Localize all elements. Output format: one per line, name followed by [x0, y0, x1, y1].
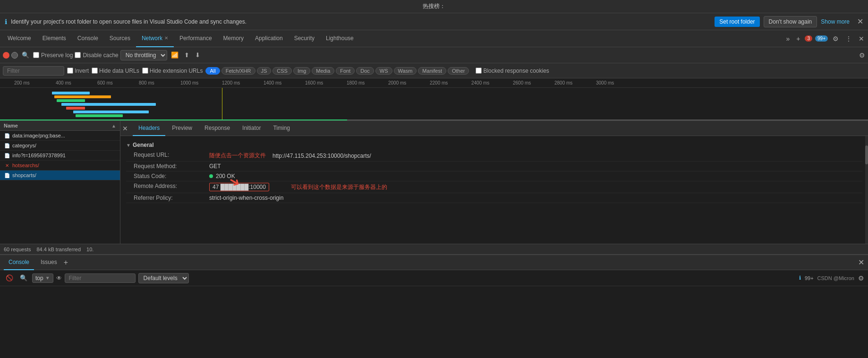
tab-sources[interactable]: Sources	[104, 30, 136, 47]
chip-js[interactable]: JS	[257, 67, 272, 75]
chip-ws[interactable]: WS	[375, 67, 392, 75]
wifi-button[interactable]: 📶	[169, 51, 180, 60]
request-item-4[interactable]: 📄 shopcarts/	[0, 170, 120, 180]
search-button[interactable]: 🔍	[20, 51, 31, 60]
throttle-select[interactable]: No throttling	[120, 50, 167, 60]
sort-arrow[interactable]: ▲	[111, 123, 116, 128]
show-more-link[interactable]: Show more	[821, 18, 850, 25]
clear-button[interactable]	[11, 52, 18, 59]
console-close-button[interactable]: ✕	[858, 258, 864, 267]
tab-welcome[interactable]: Welcome	[2, 30, 37, 47]
general-section: ▼ General Request URL: 随便点击一个资源文件 http:/…	[126, 140, 862, 203]
detail-tab-response[interactable]: Response	[199, 121, 236, 136]
chip-font[interactable]: Font	[336, 67, 355, 75]
console-context-selector[interactable]: top ▼	[32, 273, 53, 283]
name-column-header: Name	[4, 123, 110, 128]
status-bar: 60 requests 84.4 kB transferred 10.	[0, 244, 868, 254]
tab-memory[interactable]: Memory	[218, 30, 249, 47]
invert-checkbox[interactable]	[67, 68, 73, 74]
more-options-button[interactable]: ⋮	[843, 33, 854, 44]
chip-doc[interactable]: Doc	[356, 67, 374, 75]
close-devtools-button[interactable]: ✕	[857, 33, 866, 44]
settings-button[interactable]: ⚙	[831, 33, 841, 44]
request-item-1[interactable]: 📄 categorys/	[0, 141, 120, 151]
hide-data-urls-checkbox[interactable]	[92, 68, 98, 74]
request-method-key: Request Method:	[134, 163, 209, 170]
preserve-log-checkbox[interactable]	[33, 52, 39, 58]
request-name-3: hotsearchs/	[12, 162, 39, 168]
request-item-2[interactable]: 📄 info?t=1695697378991	[0, 151, 120, 161]
chip-fetch-xhr[interactable]: Fetch/XHR	[221, 67, 255, 75]
preserve-log-label[interactable]: Preserve log	[33, 52, 73, 59]
invert-label[interactable]: Invert	[67, 68, 89, 74]
timeline-bar-6	[73, 111, 149, 113]
tick-800: 800 ms	[139, 80, 154, 85]
detail-tab-initiator[interactable]: Initiator	[237, 121, 266, 136]
disable-cache-checkbox[interactable]	[75, 52, 81, 58]
dont-show-button[interactable]: Don't show again	[764, 16, 817, 27]
hide-extension-checkbox[interactable]	[142, 68, 148, 74]
tab-security[interactable]: Security	[289, 30, 320, 47]
disable-cache-label[interactable]: Disable cache	[75, 52, 118, 59]
banner-close-button[interactable]: ✕	[857, 17, 863, 26]
timeline-chart	[0, 88, 868, 121]
tab-network[interactable]: Network ✕	[136, 30, 174, 47]
tick-1200: 1200 ms	[222, 80, 240, 85]
console-tab-issues[interactable]: Issues	[36, 255, 62, 270]
tick-2400: 2400 ms	[471, 80, 489, 85]
set-root-button[interactable]: Set root folder	[715, 17, 759, 27]
detail-close-button[interactable]: ✕	[122, 125, 128, 132]
tab-network-label: Network	[142, 35, 162, 42]
console-clear-button[interactable]: 🚫	[4, 273, 15, 282]
chip-css[interactable]: CSS	[272, 67, 292, 75]
tick-200: 200 ms	[14, 80, 30, 85]
tab-elements[interactable]: Elements	[37, 30, 72, 47]
detail-tab-timing[interactable]: Timing	[267, 121, 296, 136]
tab-application[interactable]: Application	[249, 30, 289, 47]
chip-wasm[interactable]: Wasm	[394, 67, 417, 75]
request-item-3[interactable]: ✕ hotsearchs/	[0, 161, 120, 170]
import-button[interactable]: ⬆	[182, 51, 191, 60]
timeline-area: 200 ms 400 ms 600 ms 800 ms 1000 ms 1200…	[0, 78, 868, 121]
tab-performance[interactable]: Performance	[174, 30, 218, 47]
detail-tab-initiator-label: Initiator	[242, 125, 261, 131]
tab-welcome-label: Welcome	[8, 35, 31, 42]
chip-img[interactable]: Img	[293, 67, 310, 75]
console-filter-input[interactable]	[65, 273, 136, 283]
export-button[interactable]: ⬇	[193, 51, 202, 60]
console-eye-button[interactable]: 👁	[56, 275, 62, 281]
detail-tab-preview[interactable]: Preview	[166, 121, 198, 136]
detail-scrollbar[interactable]	[865, 136, 868, 244]
chip-media[interactable]: Media	[312, 67, 334, 75]
request-icon-1: 📄	[4, 142, 10, 149]
tab-console[interactable]: Console	[72, 30, 104, 47]
general-section-title[interactable]: ▼ General	[126, 140, 862, 150]
request-item-0[interactable]: 📄 data:image/png;base...	[0, 131, 120, 141]
more-tabs-button[interactable]: »	[784, 33, 791, 44]
hide-extension-label[interactable]: Hide extension URLs	[142, 68, 203, 74]
blocked-response-checkbox[interactable]	[476, 68, 482, 74]
info-icon: ℹ	[5, 18, 7, 26]
detail-tab-headers[interactable]: Headers	[133, 121, 165, 136]
console-settings-button[interactable]: ⚙	[858, 274, 864, 282]
record-button[interactable]	[3, 52, 9, 59]
filter-input[interactable]	[3, 66, 64, 76]
console-add-button[interactable]: +	[64, 258, 68, 267]
blocked-response-label[interactable]: Blocked response cookies	[476, 68, 549, 74]
chip-all[interactable]: All	[205, 67, 220, 75]
network-settings-button[interactable]: ⚙	[859, 51, 865, 59]
tab-network-close[interactable]: ✕	[164, 35, 168, 41]
console-filter-toggle[interactable]: 🔍	[18, 273, 29, 282]
hide-data-urls-label[interactable]: Hide data URLs	[92, 68, 139, 74]
detail-tabs: ✕ Headers Preview Response Initiator Tim…	[120, 121, 868, 136]
detail-content: ▼ General Request URL: 随便点击一个资源文件 http:/…	[120, 136, 868, 244]
console-tab-console[interactable]: Console	[4, 255, 34, 270]
chip-other[interactable]: Other	[448, 67, 469, 75]
console-level-select[interactable]: Default levels	[138, 273, 189, 283]
detail-tab-timing-label: Timing	[273, 125, 290, 131]
chip-manifest[interactable]: Manifest	[418, 67, 446, 75]
tab-lighthouse[interactable]: Lighthouse	[320, 30, 359, 47]
add-tab-button[interactable]: +	[794, 33, 802, 44]
remote-address-value: 47 ███████:10000 可以看到这个数据是来源于服务器上的	[209, 183, 862, 191]
top-bar: 热搜榜：	[0, 0, 868, 13]
